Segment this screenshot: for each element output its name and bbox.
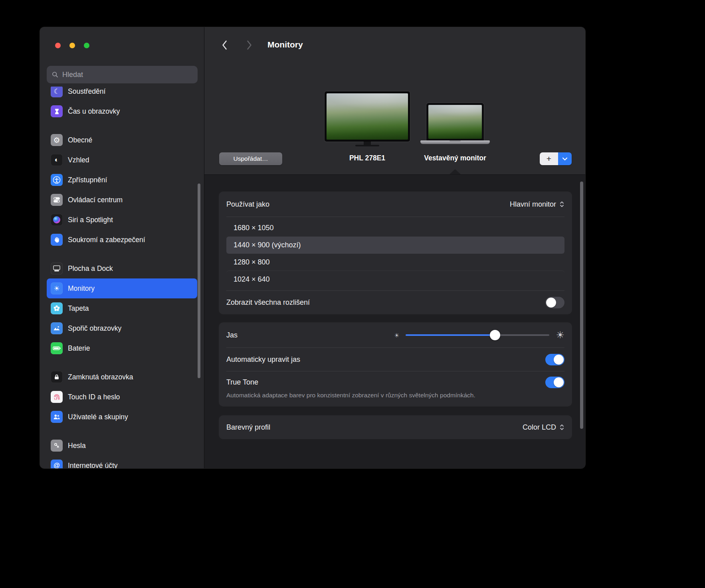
show-all-resolutions-row: Zobrazit všechna rozlišení: [219, 291, 572, 314]
brightness-card: Jas ☀ ☀ Automaticky upravit jas: [219, 323, 572, 406]
brightness-slider-knob[interactable]: [490, 330, 500, 340]
resolution-option[interactable]: 1680 × 1050: [226, 219, 564, 237]
sidebar-item-label: Siri a Spotlight: [68, 216, 113, 224]
builtin-display-label: Vestavěný monitor: [406, 154, 504, 162]
sidebar-item-label: Soukromí a zabezpečení: [68, 236, 145, 244]
back-button[interactable]: [220, 39, 228, 51]
displays-sun-icon: ☀: [51, 282, 63, 294]
main-panel: Monitory PHL 278E1 Vestavěný monitor Usp…: [204, 27, 585, 468]
sidebar-item-siri-a-spotlight[interactable]: Siri a Spotlight: [47, 210, 197, 230]
sidebar-group: ☾SoustředěníČas u obrazovky: [47, 87, 197, 121]
sidebar-item-label: Internetové účty: [68, 462, 118, 469]
forward-button[interactable]: [246, 39, 253, 51]
sidebar-item-label: Zamknutá obrazovka: [68, 373, 133, 381]
brightness-slider-fill: [406, 334, 495, 336]
color-profile-card: Barevný profil Color LCD: [219, 416, 572, 439]
builtin-display-thumbnail[interactable]: [426, 103, 484, 140]
builtin-display-wallpaper: [428, 105, 482, 139]
sidebar-group: Plocha a Dock☀MonitoryTapetaSpořič obraz…: [47, 258, 197, 358]
toggle-knob: [554, 377, 564, 387]
search-icon: [51, 71, 59, 78]
screen-saver-icon: [51, 322, 63, 334]
brightness-row: Jas ☀ ☀: [219, 323, 572, 347]
sidebar-item-soukromi-a-zabezpeceni[interactable]: Soukromí a zabezpečení: [47, 230, 197, 250]
true-tone-row: True Tone Automatická adaptace barev pro…: [219, 371, 572, 406]
auto-brightness-toggle[interactable]: [545, 354, 564, 365]
resolution-label: 1280 × 800: [234, 258, 270, 266]
sidebar-item-soustredeni[interactable]: ☾Soustředění: [47, 87, 197, 101]
resolution-label: 1440 × 900 (výchozí): [234, 241, 301, 249]
sidebar-item-hesla[interactable]: Hesla: [47, 436, 197, 456]
add-display-menu-button[interactable]: [558, 152, 572, 165]
use-as-row: Používat jako Hlavní monitor: [219, 192, 572, 217]
true-tone-label: True Tone: [226, 378, 258, 387]
sidebar-item-cas-u-obrazovky[interactable]: Čas u obrazovky: [47, 101, 197, 121]
sidebar-item-zamknuta-obrazovka[interactable]: Zamknutá obrazovka: [47, 367, 197, 387]
sidebar-group: Hesla@Internetové účty: [47, 436, 197, 468]
display-settings-card: Používat jako Hlavní monitor 1680 × 1050…: [219, 192, 572, 314]
resolution-option[interactable]: 1280 × 800: [226, 254, 564, 271]
passwords-key-icon: [51, 440, 63, 452]
sidebar-item-sporic-obrazovky[interactable]: Spořič obrazovky: [47, 318, 197, 338]
auto-brightness-row: Automaticky upravit jas: [219, 348, 572, 371]
minimize-button[interactable]: [69, 43, 75, 48]
screen-time-hourglass-icon: [51, 105, 63, 117]
sidebar-list: ☾SoustředěníČas u obrazovky⚙Obecné◐Vzhle…: [47, 87, 197, 468]
search-input[interactable]: [62, 71, 193, 79]
sidebar-item-label: Plocha a Dock: [68, 264, 113, 273]
use-as-popup[interactable]: Hlavní monitor: [510, 200, 564, 209]
main-scrollbar[interactable]: [580, 182, 583, 429]
external-display-label: PHL 278E1: [325, 154, 410, 162]
use-as-label: Používat jako: [226, 200, 269, 209]
sidebar-item-baterie[interactable]: Baterie: [47, 338, 197, 358]
accessibility-icon: [51, 174, 63, 186]
wallpaper-flower-icon: [51, 302, 63, 314]
color-profile-popup[interactable]: Color LCD: [523, 423, 564, 432]
brightness-slider[interactable]: [406, 334, 549, 336]
control-center-icon: [51, 194, 63, 206]
battery-icon: [51, 342, 63, 354]
resolution-label: 1024 × 640: [234, 275, 270, 284]
zoom-button[interactable]: [84, 43, 89, 48]
sidebar-item-touch-id-a-heslo[interactable]: Touch ID a heslo: [47, 387, 197, 407]
show-all-resolutions-toggle[interactable]: [545, 297, 564, 308]
resolution-option[interactable]: 1024 × 640: [226, 271, 564, 288]
brightness-high-icon: ☀: [556, 330, 564, 340]
sidebar-item-internetove-ucty[interactable]: @Internetové účty: [47, 456, 197, 468]
sidebar-item-label: Spořič obrazovky: [68, 324, 121, 333]
arrange-displays-button[interactable]: Uspořádat…: [219, 152, 282, 165]
resolution-option[interactable]: 1440 × 900 (výchozí): [226, 237, 564, 254]
display-preview-header: Monitory PHL 278E1 Vestavěný monitor Usp…: [204, 27, 585, 174]
sidebar-item-uzivatele-a-skupiny[interactable]: Uživatelé a skupiny: [47, 407, 197, 427]
brightness-low-icon: ☀: [394, 332, 399, 338]
sidebar-item-obecne[interactable]: ⚙Obecné: [47, 130, 197, 150]
sidebar-item-ovladaci-centrum[interactable]: Ovládací centrum: [47, 190, 197, 210]
auto-brightness-label: Automaticky upravit jas: [226, 355, 300, 364]
use-as-value: Hlavní monitor: [510, 200, 556, 209]
close-button[interactable]: [55, 43, 61, 48]
sidebar-item-tapeta[interactable]: Tapeta: [47, 298, 197, 318]
search-field[interactable]: [47, 66, 198, 83]
resolution-label: 1680 × 1050: [234, 224, 274, 232]
appearance-icon: ◐: [51, 154, 63, 166]
sidebar-item-plocha-a-dock[interactable]: Plocha a Dock: [47, 258, 197, 278]
builtin-display-hinge: [450, 140, 461, 142]
sidebar-item-label: Monitory: [68, 284, 95, 293]
sidebar-item-zpristupneni[interactable]: Zpřístupnění: [47, 170, 197, 190]
general-gear-icon: ⚙: [51, 134, 63, 146]
true-tone-toggle[interactable]: [545, 377, 564, 388]
sidebar-group: Zamknutá obrazovkaTouch ID a hesloUživat…: [47, 367, 197, 427]
users-groups-icon: [51, 411, 63, 423]
sidebar-scrollbar[interactable]: [198, 184, 200, 378]
external-display-thumbnail[interactable]: [325, 91, 410, 142]
brightness-slider-area: ☀ ☀: [394, 330, 564, 340]
sidebar-item-monitory[interactable]: ☀Monitory: [47, 278, 197, 298]
sidebar-item-label: Baterie: [68, 344, 90, 353]
page-title: Monitory: [267, 40, 303, 49]
sidebar-group: ⚙Obecné◐VzhledZpřístupněníOvládací centr…: [47, 130, 197, 250]
content-scroll-area: Používat jako Hlavní monitor 1680 × 1050…: [204, 174, 585, 468]
external-display-stand: [364, 142, 371, 145]
add-display-button[interactable]: +: [540, 152, 558, 165]
sidebar-item-vzhled[interactable]: ◐Vzhled: [47, 150, 197, 170]
show-all-resolutions-label: Zobrazit všechna rozlišení: [226, 298, 310, 307]
